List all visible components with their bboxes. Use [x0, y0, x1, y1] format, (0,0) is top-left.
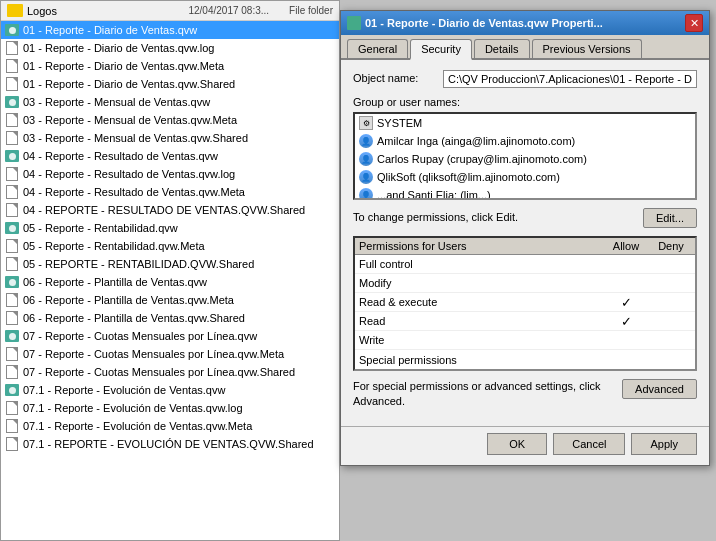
- perm-allow-check: ✓: [601, 295, 651, 310]
- list-item[interactable]: 07.1 - REPORTE - EVOLUCIÓN DE VENTAS.QVW…: [1, 435, 339, 453]
- qvw-icon: [5, 383, 19, 397]
- explorer-title: Logos: [27, 5, 57, 17]
- list-item[interactable]: 01 - Reporte - Diario de Ventas.qvw.log: [1, 39, 339, 57]
- file-name: 07 - Reporte - Cuotas Mensuales por Líne…: [23, 366, 295, 378]
- perm-name: Read: [359, 315, 601, 327]
- tab-general[interactable]: General: [347, 39, 408, 58]
- close-button[interactable]: ✕: [685, 14, 703, 32]
- person-icon: 👤: [359, 170, 373, 184]
- tabs-bar: GeneralSecurityDetailsPrevious Versions: [341, 35, 709, 60]
- file-name: 04 - Reporte - Resultado de Ventas.qvw: [23, 150, 218, 162]
- tab-details[interactable]: Details: [474, 39, 530, 58]
- explorer-date: 12/04/2017 08:3...: [188, 5, 269, 16]
- dialog-titlebar: 01 - Reporte - Diario de Ventas.qvw Prop…: [341, 11, 709, 35]
- perm-name: Full control: [359, 258, 601, 270]
- edit-button[interactable]: Edit...: [643, 208, 697, 228]
- list-item[interactable]: 04 - Reporte - Resultado de Ventas.qvw.M…: [1, 183, 339, 201]
- file-name: 07.1 - Reporte - Evolución de Ventas.qvw: [23, 384, 225, 396]
- apply-button[interactable]: Apply: [631, 433, 697, 455]
- user-item[interactable]: 👤Amilcar Inga (ainga@lim.ajinomoto.com): [355, 132, 695, 150]
- permission-row: Read & execute✓: [355, 293, 695, 312]
- user-item[interactable]: ⚙SYSTEM: [355, 114, 695, 132]
- file-name: 05 - REPORTE - RENTABILIDAD.QVW.Shared: [23, 258, 254, 270]
- qvw-icon: [5, 23, 19, 37]
- list-item[interactable]: 01 - Reporte - Diario de Ventas.qvw.Meta: [1, 57, 339, 75]
- list-item[interactable]: 07 - Reporte - Cuotas Mensuales por Líne…: [1, 327, 339, 345]
- explorer-panel: Logos 12/04/2017 08:3... File folder 01 …: [0, 0, 340, 541]
- tab-previous-versions[interactable]: Previous Versions: [532, 39, 642, 58]
- list-item[interactable]: 06 - Reporte - Plantilla de Ventas.qvw.M…: [1, 291, 339, 309]
- user-name: ...and Santi Elia: (lim...): [377, 189, 491, 200]
- doc-icon: [5, 59, 19, 73]
- ok-button[interactable]: OK: [487, 433, 547, 455]
- doc-icon: [5, 365, 19, 379]
- file-name: 03 - Reporte - Mensual de Ventas.qvw.Sha…: [23, 132, 248, 144]
- person-icon: 👤: [359, 134, 373, 148]
- file-name: 01 - Reporte - Diario de Ventas.qvw: [23, 24, 197, 36]
- list-item[interactable]: 05 - Reporte - Rentabilidad.qvw.Meta: [1, 237, 339, 255]
- permissions-header: Permissions for Users Allow Deny: [355, 238, 695, 255]
- doc-icon: [5, 131, 19, 145]
- file-list[interactable]: 01 - Reporte - Diario de Ventas.qvw01 - …: [1, 21, 339, 540]
- list-item[interactable]: 07.1 - Reporte - Evolución de Ventas.qvw…: [1, 399, 339, 417]
- list-item[interactable]: 04 - Reporte - Resultado de Ventas.qvw.l…: [1, 165, 339, 183]
- user-name: Amilcar Inga (ainga@lim.ajinomoto.com): [377, 135, 575, 147]
- user-item[interactable]: 👤QlikSoft (qliksoft@lim.ajinomoto.com): [355, 168, 695, 186]
- list-item[interactable]: 07 - Reporte - Cuotas Mensuales por Líne…: [1, 363, 339, 381]
- permission-row: Read✓: [355, 312, 695, 331]
- perm-name: Read & execute: [359, 296, 601, 308]
- list-item[interactable]: 05 - Reporte - Rentabilidad.qvw: [1, 219, 339, 237]
- object-name-value: C:\QV Produccion\7.Aplicaciones\01 - Rep…: [443, 70, 697, 88]
- qvw-icon: [5, 221, 19, 235]
- list-item[interactable]: 07.1 - Reporte - Evolución de Ventas.qvw…: [1, 417, 339, 435]
- list-item[interactable]: 03 - Reporte - Mensual de Ventas.qvw.Met…: [1, 111, 339, 129]
- doc-icon: [5, 347, 19, 361]
- person-icon: 👤: [359, 188, 373, 200]
- list-item[interactable]: 03 - Reporte - Mensual de Ventas.qvw: [1, 93, 339, 111]
- dialog-footer: OK Cancel Apply: [341, 426, 709, 465]
- list-item[interactable]: 05 - REPORTE - RENTABILIDAD.QVW.Shared: [1, 255, 339, 273]
- folder-icon: [7, 4, 23, 17]
- file-name: 06 - Reporte - Plantilla de Ventas.qvw.M…: [23, 294, 234, 306]
- qvw-icon: [5, 149, 19, 163]
- list-item[interactable]: 07 - Reporte - Cuotas Mensuales por Líne…: [1, 345, 339, 363]
- object-name-label: Object name:: [353, 70, 443, 84]
- permission-row: Write: [355, 331, 695, 350]
- explorer-meta: 12/04/2017 08:3... File folder: [188, 5, 333, 16]
- doc-icon: [5, 167, 19, 181]
- doc-icon: [5, 41, 19, 55]
- user-item[interactable]: 👤Carlos Rupay (crupay@lim.ajinomoto.com): [355, 150, 695, 168]
- user-item[interactable]: 👤...and Santi Elia: (lim...): [355, 186, 695, 200]
- user-name: Carlos Rupay (crupay@lim.ajinomoto.com): [377, 153, 587, 165]
- list-item[interactable]: 06 - Reporte - Plantilla de Ventas.qvw.S…: [1, 309, 339, 327]
- file-name: 03 - Reporte - Mensual de Ventas.qvw.Met…: [23, 114, 237, 126]
- list-item[interactable]: 01 - Reporte - Diario de Ventas.qvw.Shar…: [1, 75, 339, 93]
- list-item[interactable]: 04 - Reporte - Resultado de Ventas.qvw: [1, 147, 339, 165]
- list-item[interactable]: 01 - Reporte - Diario de Ventas.qvw: [1, 21, 339, 39]
- perm-col-allow: Allow: [601, 240, 651, 252]
- doc-icon: [5, 113, 19, 127]
- list-item[interactable]: 03 - Reporte - Mensual de Ventas.qvw.Sha…: [1, 129, 339, 147]
- doc-icon: [5, 437, 19, 451]
- file-name: 07 - Reporte - Cuotas Mensuales por Líne…: [23, 330, 257, 342]
- qvw-icon: [5, 329, 19, 343]
- file-name: 04 - Reporte - Resultado de Ventas.qvw.M…: [23, 186, 245, 198]
- doc-icon: [5, 257, 19, 271]
- explorer-type: File folder: [289, 5, 333, 16]
- list-item[interactable]: 07.1 - Reporte - Evolución de Ventas.qvw: [1, 381, 339, 399]
- group-label: Group or user names:: [353, 96, 697, 108]
- doc-icon: [5, 311, 19, 325]
- list-item[interactable]: 06 - Reporte - Plantilla de Ventas.qvw: [1, 273, 339, 291]
- dialog-content: Object name: C:\QV Produccion\7.Aplicaci…: [341, 60, 709, 426]
- users-list[interactable]: ⚙SYSTEM👤Amilcar Inga (ainga@lim.ajinomot…: [353, 112, 697, 200]
- cancel-button[interactable]: Cancel: [553, 433, 625, 455]
- doc-icon: [5, 203, 19, 217]
- perm-allow-check: ✓: [601, 314, 651, 329]
- list-item[interactable]: 04 - REPORTE - RESULTADO DE VENTAS.QVW.S…: [1, 201, 339, 219]
- qvw-icon: [5, 95, 19, 109]
- explorer-header: Logos 12/04/2017 08:3... File folder: [1, 1, 339, 21]
- advanced-button[interactable]: Advanced: [622, 379, 697, 399]
- perm-col-deny: Deny: [651, 240, 691, 252]
- tab-security[interactable]: Security: [410, 39, 472, 60]
- file-name: 07.1 - Reporte - Evolución de Ventas.qvw…: [23, 420, 252, 432]
